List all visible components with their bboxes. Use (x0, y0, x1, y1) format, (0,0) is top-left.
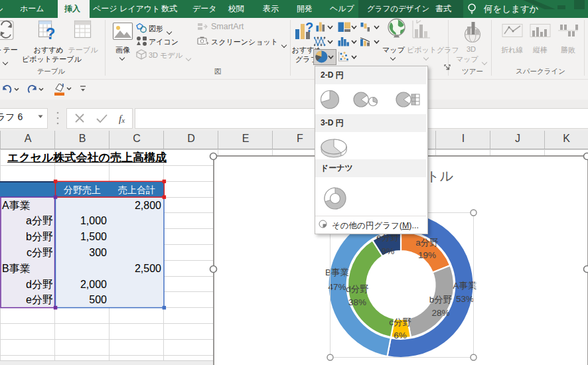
svg-text:?: ? (46, 25, 56, 41)
svg-text:?: ? (305, 20, 313, 35)
svg-text:fx: fx (119, 113, 125, 124)
